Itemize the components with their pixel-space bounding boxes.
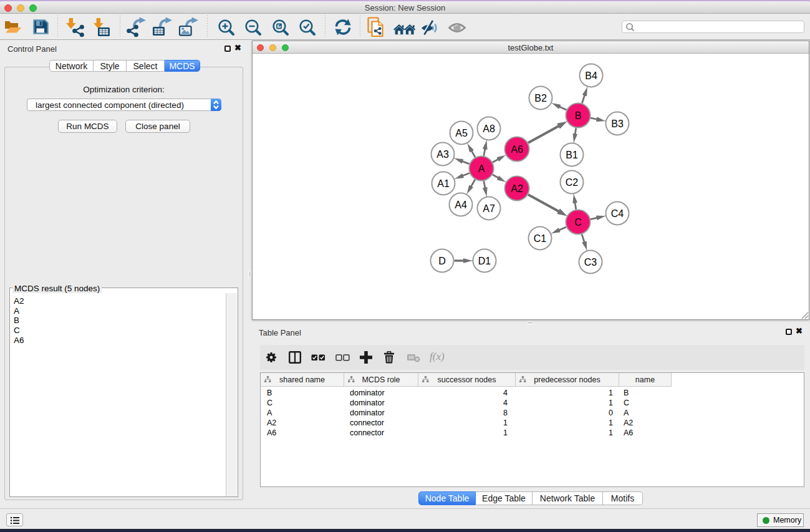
svg-text:A5: A5 xyxy=(455,128,468,138)
svg-text:B2: B2 xyxy=(534,93,547,104)
svg-text:A7: A7 xyxy=(483,203,495,214)
svg-text:B4: B4 xyxy=(585,70,597,81)
svg-text:C1: C1 xyxy=(534,233,547,244)
svg-text:A3: A3 xyxy=(436,149,449,160)
svg-text:A: A xyxy=(478,163,485,174)
svg-text:A8: A8 xyxy=(483,123,495,134)
svg-text:B1: B1 xyxy=(566,150,578,160)
svg-text:C2: C2 xyxy=(566,177,579,188)
svg-text:A1: A1 xyxy=(437,178,450,189)
svg-text:C3: C3 xyxy=(584,257,597,268)
svg-text:B: B xyxy=(575,110,582,121)
svg-text:D1: D1 xyxy=(478,256,491,266)
svg-text:C: C xyxy=(574,217,582,228)
svg-text:A2: A2 xyxy=(511,183,523,194)
svg-text:A4: A4 xyxy=(455,200,467,210)
svg-text:D: D xyxy=(438,256,446,266)
svg-text:B3: B3 xyxy=(611,118,624,129)
svg-text:C4: C4 xyxy=(611,208,624,219)
svg-text:A6: A6 xyxy=(511,144,523,155)
